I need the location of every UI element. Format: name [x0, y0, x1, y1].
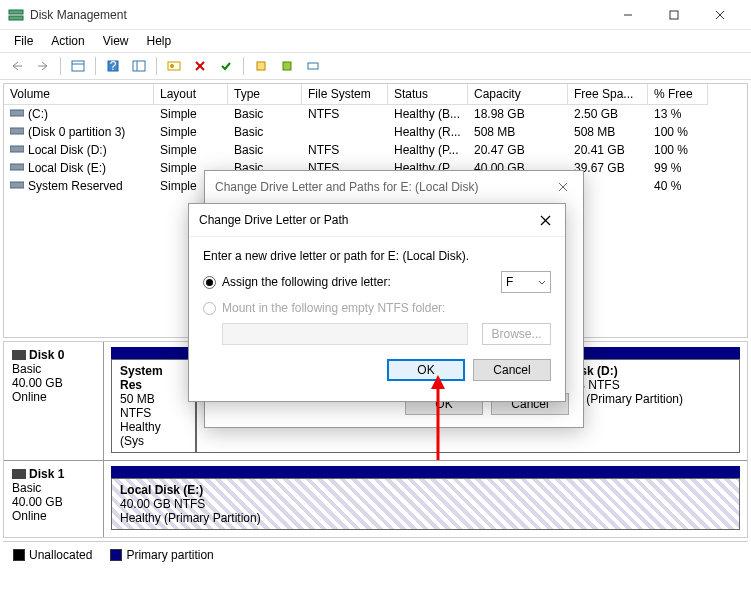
- back-button[interactable]: [6, 55, 28, 77]
- volume-capacity: 508 MB: [468, 123, 568, 141]
- partition-e[interactable]: Local Disk (E:) 40.00 GB NTFS Healthy (P…: [111, 478, 740, 530]
- volume-pct: 13 %: [648, 105, 708, 123]
- browse-button: Browse...: [482, 323, 551, 345]
- close-button[interactable]: [697, 0, 743, 30]
- dialog2-cancel-button[interactable]: Cancel: [473, 359, 551, 381]
- menu-file[interactable]: File: [6, 32, 41, 50]
- volume-pct: 99 %: [648, 159, 708, 177]
- svg-rect-20: [10, 128, 24, 134]
- disk-type: Basic: [12, 362, 41, 376]
- dialog2-ok-button[interactable]: OK: [387, 359, 465, 381]
- forward-button[interactable]: [32, 55, 54, 77]
- volume-name: (C:): [28, 107, 48, 121]
- volume-layout: Simple: [154, 105, 228, 123]
- menu-view[interactable]: View: [95, 32, 137, 50]
- volume-pct: 100 %: [648, 123, 708, 141]
- action1-icon[interactable]: [250, 55, 272, 77]
- disk-name: Disk 1: [29, 467, 64, 481]
- volume-status: Healthy (P...: [388, 141, 468, 159]
- volume-type: Basic: [228, 123, 302, 141]
- volume-icon: [10, 107, 24, 121]
- svg-rect-17: [283, 62, 291, 70]
- volume-pct: 100 %: [648, 141, 708, 159]
- svg-rect-21: [10, 146, 24, 152]
- check-icon[interactable]: [215, 55, 237, 77]
- drive-letter-value: F: [506, 275, 513, 289]
- svg-rect-18: [308, 63, 318, 69]
- disk-0-label[interactable]: Disk 0 Basic 40.00 GB Online: [4, 342, 104, 460]
- volume-list-header: Volume Layout Type File System Status Ca…: [4, 84, 747, 105]
- volume-icon: [10, 161, 24, 175]
- delete-icon[interactable]: [189, 55, 211, 77]
- col-type[interactable]: Type: [228, 84, 302, 105]
- volume-free: 20.41 GB: [568, 141, 648, 159]
- menu-help[interactable]: Help: [139, 32, 180, 50]
- dialog2-prompt: Enter a new drive letter or path for E: …: [203, 249, 551, 263]
- disk-state: Online: [12, 390, 47, 404]
- volume-fs: NTFS: [302, 141, 388, 159]
- volume-pct: 40 %: [648, 177, 708, 195]
- disk-1-label[interactable]: Disk 1 Basic 40.00 GB Online: [4, 461, 104, 537]
- drive-letter-select[interactable]: F: [501, 271, 551, 293]
- volume-layout: Simple: [154, 141, 228, 159]
- svg-rect-22: [10, 164, 24, 170]
- legend-unallocated: Unallocated: [13, 548, 92, 562]
- volume-capacity: 18.98 GB: [468, 105, 568, 123]
- col-free[interactable]: Free Spa...: [568, 84, 648, 105]
- volume-status: Healthy (R...: [388, 123, 468, 141]
- legend-primary: Primary partition: [110, 548, 213, 562]
- svg-rect-10: [133, 61, 145, 71]
- volume-name: (Disk 0 partition 3): [28, 125, 125, 139]
- volume-free: 508 MB: [568, 123, 648, 141]
- volume-status: Healthy (B...: [388, 105, 468, 123]
- minimize-button[interactable]: [605, 0, 651, 30]
- chevron-down-icon: [538, 275, 546, 289]
- action2-icon[interactable]: [276, 55, 298, 77]
- svg-rect-19: [10, 110, 24, 116]
- volume-icon: [10, 143, 24, 157]
- label-mount-folder: Mount in the following empty NTFS folder…: [222, 301, 445, 315]
- col-fs[interactable]: File System: [302, 84, 388, 105]
- refresh-icon[interactable]: [128, 55, 150, 77]
- window-title: Disk Management: [30, 8, 605, 22]
- disk-1-bar: [111, 466, 740, 478]
- volume-capacity: 20.47 GB: [468, 141, 568, 159]
- menu-action[interactable]: Action: [43, 32, 92, 50]
- radio-assign-letter[interactable]: [203, 276, 216, 289]
- dialog1-close-icon[interactable]: [553, 177, 573, 197]
- volume-type: Basic: [228, 141, 302, 159]
- mount-path-input: [222, 323, 468, 345]
- action3-icon[interactable]: [302, 55, 324, 77]
- svg-rect-16: [257, 62, 265, 70]
- app-icon: [8, 7, 24, 23]
- dialog1-title: Change Drive Letter and Paths for E: (Lo…: [215, 180, 553, 194]
- volume-row[interactable]: (C:)SimpleBasicNTFSHealthy (B...18.98 GB…: [4, 105, 747, 123]
- change-letter-dialog: Change Drive Letter or Path Enter a new …: [188, 203, 566, 402]
- settings-icon[interactable]: [163, 55, 185, 77]
- col-volume[interactable]: Volume: [4, 84, 154, 105]
- volume-layout: Simple: [154, 123, 228, 141]
- view-list-icon[interactable]: [67, 55, 89, 77]
- svg-rect-0: [9, 10, 23, 14]
- col-pct[interactable]: % Free: [648, 84, 708, 105]
- volume-name: Local Disk (E:): [28, 161, 106, 175]
- volume-fs: [302, 123, 388, 141]
- maximize-button[interactable]: [651, 0, 697, 30]
- dialog2-close-icon[interactable]: [535, 210, 555, 230]
- volume-row[interactable]: (Disk 0 partition 3)SimpleBasicHealthy (…: [4, 123, 747, 141]
- col-layout[interactable]: Layout: [154, 84, 228, 105]
- svg-rect-3: [670, 11, 678, 19]
- menu-bar: File Action View Help: [0, 30, 751, 52]
- disk-type: Basic: [12, 481, 41, 495]
- svg-text:?: ?: [110, 59, 117, 73]
- col-capacity[interactable]: Capacity: [468, 84, 568, 105]
- col-status[interactable]: Status: [388, 84, 468, 105]
- help-icon[interactable]: ?: [102, 55, 124, 77]
- radio-mount-folder[interactable]: [203, 302, 216, 315]
- disk-row-1: Disk 1 Basic 40.00 GB Online Local Disk …: [4, 461, 747, 537]
- volume-row[interactable]: Local Disk (D:)SimpleBasicNTFSHealthy (P…: [4, 141, 747, 159]
- title-bar: Disk Management: [0, 0, 751, 30]
- partition-system-reserved[interactable]: System Res 50 MB NTFS Healthy (Sys: [111, 359, 196, 453]
- legend: Unallocated Primary partition: [3, 541, 748, 568]
- svg-rect-6: [72, 61, 84, 71]
